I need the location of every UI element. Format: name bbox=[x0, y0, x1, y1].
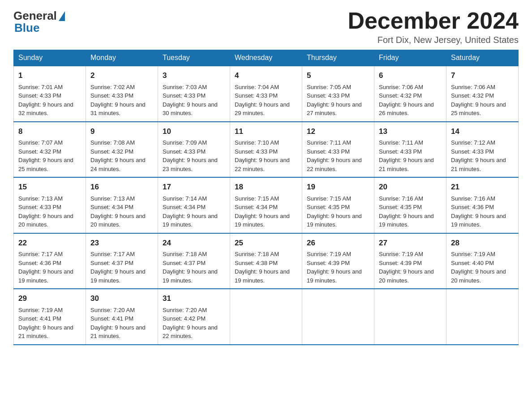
cell-content: 5Sunrise: 7:05 AMSunset: 4:33 PMDaylight… bbox=[307, 70, 369, 118]
calendar-cell: 25Sunrise: 7:18 AMSunset: 4:38 PMDayligh… bbox=[230, 233, 302, 289]
cell-content: 3Sunrise: 7:03 AMSunset: 4:33 PMDaylight… bbox=[163, 70, 225, 118]
sunset-text: Sunset: 4:33 PM bbox=[18, 92, 61, 99]
calendar-cell: 8Sunrise: 7:07 AMSunset: 4:32 PMDaylight… bbox=[14, 122, 86, 178]
sunset-text: Sunset: 4:36 PM bbox=[451, 204, 494, 210]
daylight-text: Daylight: 9 hours and 24 minutes. bbox=[90, 157, 146, 172]
sunset-text: Sunset: 4:37 PM bbox=[90, 260, 133, 266]
calendar-cell bbox=[374, 289, 446, 345]
daylight-text: Daylight: 9 hours and 22 minutes. bbox=[163, 324, 218, 340]
cell-content: 1Sunrise: 7:01 AMSunset: 4:33 PMDaylight… bbox=[18, 70, 81, 118]
cell-content: 30Sunrise: 7:20 AMSunset: 4:41 PMDayligh… bbox=[90, 293, 153, 341]
calendar-cell: 18Sunrise: 7:15 AMSunset: 4:34 PMDayligh… bbox=[230, 177, 302, 233]
cell-content: 16Sunrise: 7:13 AMSunset: 4:34 PMDayligh… bbox=[90, 181, 153, 229]
cell-content: 4Sunrise: 7:04 AMSunset: 4:33 PMDaylight… bbox=[235, 70, 297, 118]
sunset-text: Sunset: 4:42 PM bbox=[163, 315, 206, 322]
calendar-cell: 2Sunrise: 7:02 AMSunset: 4:33 PMDaylight… bbox=[86, 66, 158, 122]
title-block: December 2024 Fort Dix, New Jersey, Unit… bbox=[348, 9, 519, 45]
sunrise-text: Sunrise: 7:19 AM bbox=[307, 251, 351, 257]
daylight-text: Daylight: 9 hours and 22 minutes. bbox=[307, 157, 362, 172]
calendar-week-row: 29Sunrise: 7:19 AMSunset: 4:41 PMDayligh… bbox=[14, 289, 519, 345]
daylight-text: Daylight: 9 hours and 19 minutes. bbox=[235, 268, 290, 284]
calendar-cell bbox=[446, 289, 519, 345]
daylight-text: Daylight: 9 hours and 30 minutes. bbox=[163, 101, 218, 117]
cell-content: 22Sunrise: 7:17 AMSunset: 4:36 PMDayligh… bbox=[18, 237, 81, 285]
page-header: General Blue December 2024 Fort Dix, New… bbox=[13, 9, 519, 45]
calendar-cell: 28Sunrise: 7:19 AMSunset: 4:40 PMDayligh… bbox=[446, 233, 519, 289]
calendar-cell bbox=[302, 289, 374, 345]
cell-content: 23Sunrise: 7:17 AMSunset: 4:37 PMDayligh… bbox=[90, 237, 153, 285]
sunset-text: Sunset: 4:33 PM bbox=[163, 92, 206, 99]
cell-content: 11Sunrise: 7:10 AMSunset: 4:33 PMDayligh… bbox=[235, 126, 297, 174]
day-number: 2 bbox=[90, 70, 153, 81]
daylight-text: Daylight: 9 hours and 20 minutes. bbox=[379, 268, 434, 284]
sunset-text: Sunset: 4:33 PM bbox=[90, 92, 133, 99]
daylight-text: Daylight: 9 hours and 22 minutes. bbox=[235, 157, 290, 172]
sunset-text: Sunset: 4:41 PM bbox=[90, 315, 133, 322]
sunset-text: Sunset: 4:32 PM bbox=[451, 92, 494, 99]
sunrise-text: Sunrise: 7:14 AM bbox=[163, 195, 207, 202]
sunrise-text: Sunrise: 7:06 AM bbox=[451, 84, 495, 90]
day-number: 13 bbox=[379, 126, 442, 137]
calendar-cell: 30Sunrise: 7:20 AMSunset: 4:41 PMDayligh… bbox=[86, 289, 158, 345]
cell-content: 26Sunrise: 7:19 AMSunset: 4:39 PMDayligh… bbox=[307, 237, 369, 285]
sunset-text: Sunset: 4:40 PM bbox=[451, 260, 494, 266]
cell-content: 29Sunrise: 7:19 AMSunset: 4:41 PMDayligh… bbox=[18, 293, 81, 341]
cell-content: 27Sunrise: 7:19 AMSunset: 4:39 PMDayligh… bbox=[379, 237, 442, 285]
daylight-text: Daylight: 9 hours and 21 minutes. bbox=[379, 157, 434, 172]
sunrise-text: Sunrise: 7:20 AM bbox=[90, 307, 135, 313]
calendar-cell: 15Sunrise: 7:13 AMSunset: 4:33 PMDayligh… bbox=[14, 177, 86, 233]
day-number: 8 bbox=[18, 126, 81, 137]
day-number: 15 bbox=[18, 181, 81, 193]
location-text: Fort Dix, New Jersey, United States bbox=[348, 35, 519, 45]
cell-content: 2Sunrise: 7:02 AMSunset: 4:33 PMDaylight… bbox=[90, 70, 153, 118]
cell-content: 8Sunrise: 7:07 AMSunset: 4:32 PMDaylight… bbox=[18, 126, 81, 174]
calendar-week-row: 15Sunrise: 7:13 AMSunset: 4:33 PMDayligh… bbox=[14, 177, 519, 233]
calendar-cell: 19Sunrise: 7:15 AMSunset: 4:35 PMDayligh… bbox=[302, 177, 374, 233]
day-number: 16 bbox=[90, 181, 153, 193]
sunset-text: Sunset: 4:36 PM bbox=[18, 260, 61, 266]
daylight-text: Daylight: 9 hours and 19 minutes. bbox=[90, 268, 146, 284]
daylight-text: Daylight: 9 hours and 29 minutes. bbox=[235, 101, 290, 117]
cell-content: 20Sunrise: 7:16 AMSunset: 4:35 PMDayligh… bbox=[379, 181, 442, 229]
cell-content: 28Sunrise: 7:19 AMSunset: 4:40 PMDayligh… bbox=[451, 237, 514, 285]
calendar-cell bbox=[230, 289, 302, 345]
sunset-text: Sunset: 4:37 PM bbox=[163, 260, 206, 266]
cell-content: 10Sunrise: 7:09 AMSunset: 4:33 PMDayligh… bbox=[163, 126, 225, 174]
calendar-cell: 27Sunrise: 7:19 AMSunset: 4:39 PMDayligh… bbox=[374, 233, 446, 289]
sunset-text: Sunset: 4:39 PM bbox=[379, 260, 422, 266]
sunset-text: Sunset: 4:38 PM bbox=[235, 260, 278, 266]
sunrise-text: Sunrise: 7:19 AM bbox=[451, 251, 495, 257]
logo: General Blue bbox=[13, 9, 65, 35]
day-of-week-header: Sunday bbox=[14, 50, 86, 66]
calendar-cell: 29Sunrise: 7:19 AMSunset: 4:41 PMDayligh… bbox=[14, 289, 86, 345]
daylight-text: Daylight: 9 hours and 19 minutes. bbox=[379, 213, 434, 228]
logo-blue-text: Blue bbox=[14, 21, 39, 35]
day-number: 22 bbox=[18, 237, 81, 249]
cell-content: 19Sunrise: 7:15 AMSunset: 4:35 PMDayligh… bbox=[307, 181, 369, 229]
daylight-text: Daylight: 9 hours and 19 minutes. bbox=[307, 213, 362, 228]
cell-content: 25Sunrise: 7:18 AMSunset: 4:38 PMDayligh… bbox=[235, 237, 297, 285]
day-number: 12 bbox=[307, 126, 369, 137]
sunrise-text: Sunrise: 7:19 AM bbox=[18, 307, 63, 313]
sunrise-text: Sunrise: 7:16 AM bbox=[379, 195, 423, 202]
sunrise-text: Sunrise: 7:09 AM bbox=[163, 139, 207, 146]
sunrise-text: Sunrise: 7:18 AM bbox=[235, 251, 279, 257]
daylight-text: Daylight: 9 hours and 27 minutes. bbox=[307, 101, 362, 117]
day-number: 31 bbox=[163, 293, 225, 304]
day-number: 28 bbox=[451, 237, 514, 249]
cell-content: 12Sunrise: 7:11 AMSunset: 4:33 PMDayligh… bbox=[307, 126, 369, 174]
day-number: 30 bbox=[90, 293, 153, 304]
sunset-text: Sunset: 4:33 PM bbox=[235, 148, 278, 155]
day-number: 3 bbox=[163, 70, 225, 81]
calendar-cell: 22Sunrise: 7:17 AMSunset: 4:36 PMDayligh… bbox=[14, 233, 86, 289]
day-number: 26 bbox=[307, 237, 369, 249]
sunrise-text: Sunrise: 7:12 AM bbox=[451, 139, 495, 146]
day-number: 19 bbox=[307, 181, 369, 193]
day-number: 29 bbox=[18, 293, 81, 304]
day-number: 9 bbox=[90, 126, 153, 137]
sunset-text: Sunset: 4:33 PM bbox=[18, 204, 61, 210]
daylight-text: Daylight: 9 hours and 19 minutes. bbox=[451, 213, 506, 228]
sunrise-text: Sunrise: 7:11 AM bbox=[379, 139, 423, 146]
daylight-text: Daylight: 9 hours and 23 minutes. bbox=[163, 157, 218, 172]
calendar-week-row: 1Sunrise: 7:01 AMSunset: 4:33 PMDaylight… bbox=[14, 66, 519, 122]
